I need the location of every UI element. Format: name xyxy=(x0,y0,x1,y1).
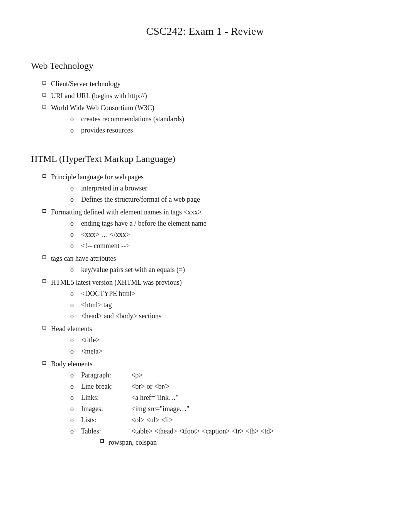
bullet-o-icon: o xyxy=(70,218,78,229)
list-item: Head elementso<title>o<meta> xyxy=(42,324,379,357)
bullet-o-icon: o xyxy=(70,381,78,392)
section-heading: Web Technology xyxy=(31,59,379,73)
level2-list: ocreates recommendations (standards)opro… xyxy=(51,114,379,136)
two-col-row: Tables:<table> <thead> <tfoot> <caption>… xyxy=(81,426,274,437)
bullet-o-icon: o xyxy=(70,229,78,240)
list-item: URI and URL (begins with http://) xyxy=(42,91,379,101)
list-item-text: creates recommendations (standards) xyxy=(81,114,184,124)
col-label: Paragraph: xyxy=(81,370,131,381)
list-item: o<!-- comment --> xyxy=(70,241,379,251)
list-item: oDefines the structure/format of a web p… xyxy=(70,194,379,205)
level2-list: o<DOCTYPE html>o<html> tago<head> and <b… xyxy=(51,289,379,321)
list-item: World Wide Web Consortium (W3C)ocreates … xyxy=(42,103,379,136)
two-col-row: Links:<a href="link…" xyxy=(81,393,178,403)
bullet-o-icon: o xyxy=(70,300,78,310)
list-item: oprovides resources xyxy=(70,125,379,136)
list-item-text: Line break:<br> or <br/> xyxy=(81,381,170,392)
bullet-o-icon: o xyxy=(70,335,78,345)
level2-list: okey/value pairs set with an equals (=) xyxy=(51,265,379,275)
col-label: Lists: xyxy=(81,415,131,425)
section-web-tech: Web TechnologyClient/Server technologyUR… xyxy=(31,59,379,136)
list-item-text: <title> xyxy=(81,335,100,345)
list-item: oLists:<ol> <ul> <li> xyxy=(70,415,379,425)
list-item-text: Principle language for web pagesointerpr… xyxy=(51,172,379,206)
list-item-text: World Wide Web Consortium (W3C)ocreates … xyxy=(51,103,379,136)
list-item-text: interpreted in a browser xyxy=(81,183,147,194)
list-item: HTML5 latest version (XHTML was previous… xyxy=(42,277,379,322)
two-col-row: Paragraph:<p> xyxy=(81,370,142,381)
list-item: ointerpreted in a browser xyxy=(70,183,379,194)
list-item: Formatting defined with element names in… xyxy=(42,207,379,252)
list-item: Client/Server technology xyxy=(42,79,379,89)
list-item: o<head> and <body> sections xyxy=(70,311,379,321)
col-value: <p> xyxy=(131,370,142,381)
level1-list: Client/Server technologyURI and URL (beg… xyxy=(31,79,379,136)
list-item: oending tags have a / before the element… xyxy=(70,218,379,229)
bullet-o-icon: o xyxy=(70,370,78,381)
list-item: oImages:<img src="image…" xyxy=(70,404,379,414)
bullet-square-icon xyxy=(42,255,46,259)
list-item-text: Images:<img src="image…" xyxy=(81,404,189,414)
list-item: Principle language for web pagesointerpr… xyxy=(42,172,379,206)
bullet-o-icon: o xyxy=(70,114,78,124)
bullet-o-icon: o xyxy=(70,415,78,425)
bullet-o-icon: o xyxy=(70,346,78,357)
bullet-o-icon: o xyxy=(70,289,78,299)
list-item-text: tags can have attributesokey/value pairs… xyxy=(51,253,379,276)
list-item: tags can have attributesokey/value pairs… xyxy=(42,253,379,276)
bullet-o-icon: o xyxy=(70,125,78,136)
list-item: o<title> xyxy=(70,335,379,345)
col-value: <img src="image…" xyxy=(131,404,189,414)
list-item: o<DOCTYPE html> xyxy=(70,289,379,299)
list-item-text: <meta> xyxy=(81,346,102,357)
list-item: ocreates recommendations (standards) xyxy=(70,114,379,124)
list-item-text: <!-- comment --> xyxy=(81,241,130,251)
level3-list: rowspan, colspan xyxy=(81,437,274,448)
bullet-o-icon: o xyxy=(70,426,78,437)
bullet-o-icon: o xyxy=(70,404,78,414)
col-label: Line break: xyxy=(81,381,131,392)
page-title: CSC242: Exam 1 - Review xyxy=(31,23,379,39)
col-value: <a href="link…" xyxy=(131,393,178,403)
section-html: HTML (HyperText Markup Language)Principl… xyxy=(31,152,379,449)
list-item-text: <xxx> … </xxx> xyxy=(81,229,130,240)
list-item: rowspan, colspan xyxy=(100,437,274,448)
list-item-text: URI and URL (begins with http://) xyxy=(51,91,379,101)
list-item-text: ending tags have a / before the element … xyxy=(81,218,207,229)
col-label: Tables: xyxy=(81,426,131,437)
section-heading: HTML (HyperText Markup Language) xyxy=(31,152,379,166)
two-col-row: Line break:<br> or <br/> xyxy=(81,381,170,392)
list-item: o<xxx> … </xxx> xyxy=(70,229,379,240)
bullet-o-icon: o xyxy=(70,183,78,194)
list-item: oParagraph:<p> xyxy=(70,370,379,381)
bullet-square-sm-icon xyxy=(100,439,104,443)
list-item-text: provides resources xyxy=(81,125,133,136)
list-item: o<html> tag xyxy=(70,300,379,310)
list-item: okey/value pairs set with an equals (=) xyxy=(70,265,379,275)
bullet-square-icon xyxy=(42,279,46,283)
list-item: oLinks:<a href="link…" xyxy=(70,393,379,403)
two-col-row: Lists:<ol> <ul> <li> xyxy=(81,415,173,425)
list-item-text: Formatting defined with element names in… xyxy=(51,207,379,252)
list-item-text: Client/Server technology xyxy=(51,79,379,89)
level2-list: oending tags have a / before the element… xyxy=(51,218,379,251)
list-item-text: Tables:<table> <thead> <tfoot> <caption>… xyxy=(81,426,274,449)
level2-list: o<title>o<meta> xyxy=(51,335,379,357)
list-item: oTables:<table> <thead> <tfoot> <caption… xyxy=(70,426,379,449)
level2-list: oParagraph:<p>oLine break:<br> or <br/>o… xyxy=(51,370,379,449)
col-value: <ol> <ul> <li> xyxy=(131,415,173,425)
list-item-text: Links:<a href="link…" xyxy=(81,393,178,403)
bullet-o-icon: o xyxy=(70,393,78,403)
list-item-text: HTML5 latest version (XHTML was previous… xyxy=(51,277,379,322)
bullet-square-icon xyxy=(42,93,46,97)
list-item-text: key/value pairs set with an equals (=) xyxy=(81,265,185,275)
bullet-o-icon: o xyxy=(70,194,78,205)
col-label: Links: xyxy=(81,393,131,403)
bullet-square-icon xyxy=(42,209,46,213)
bullet-square-icon xyxy=(42,174,46,178)
list-item-text: <DOCTYPE html> xyxy=(81,289,136,299)
bullet-square-icon xyxy=(42,81,46,85)
list-item-text: rowspan, colspan xyxy=(108,437,157,448)
bullet-square-icon xyxy=(42,361,46,365)
two-col-row: Images:<img src="image…" xyxy=(81,404,189,414)
